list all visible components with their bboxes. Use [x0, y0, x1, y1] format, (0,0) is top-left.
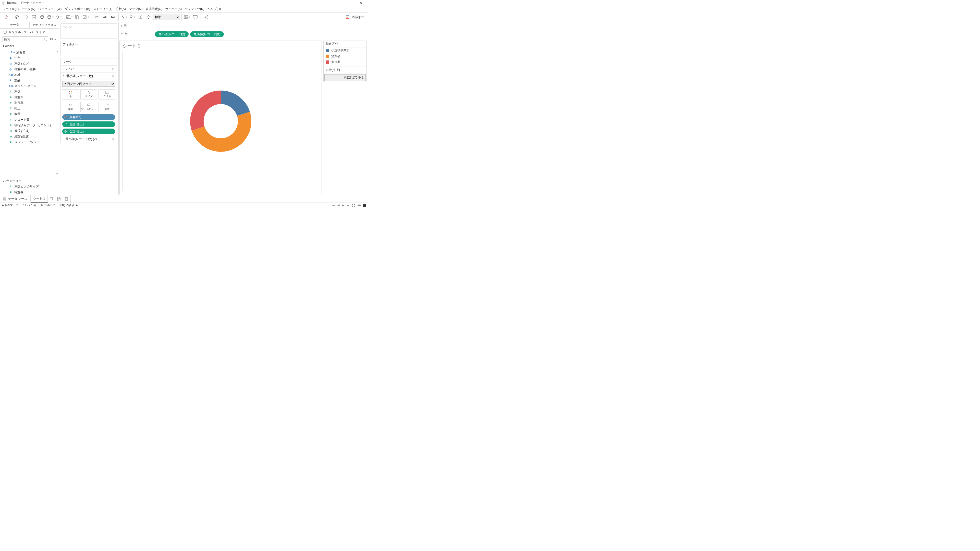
view-filmstrip-icon[interactable] [358, 204, 361, 207]
menu-file[interactable]: ファイル(F) [3, 7, 19, 11]
refresh-dropdown[interactable] [54, 13, 62, 22]
autosave-dropdown[interactable] [46, 13, 54, 22]
columns-shelf[interactable]: iii列 [119, 22, 368, 30]
menu-window[interactable]: ウィンドウ(N) [185, 7, 204, 11]
share-button[interactable] [202, 13, 210, 22]
mark-color-button[interactable]: 色 [62, 89, 79, 100]
view-grid-icon[interactable] [50, 38, 52, 41]
pages-shelf[interactable]: ページ [60, 24, 117, 39]
field-item[interactable]: ⊕経度 (生成) [0, 128, 59, 134]
marks-all-row[interactable]: ⌵すべて◷ [61, 65, 117, 73]
marks-series2-row[interactable]: ⌵最小値(レコード数) (2)◷ [61, 136, 117, 143]
parameter-item[interactable]: #得意客 [0, 189, 59, 195]
scrollbar[interactable] [56, 51, 58, 52]
new-worksheet-button[interactable]: + [48, 195, 56, 203]
swap-button[interactable] [93, 13, 101, 22]
field-item[interactable]: #利益 [0, 89, 59, 94]
menu-server[interactable]: サーバー(S) [165, 7, 182, 11]
field-item[interactable]: ◎利益の高い顧客 [0, 66, 59, 72]
new-datasource-button[interactable] [38, 13, 46, 22]
menu-data[interactable]: データ(D) [22, 7, 35, 11]
legend-item[interactable]: 大企業 [324, 59, 366, 65]
undo-button[interactable] [14, 13, 22, 22]
field-item[interactable]: ⊕緯度 (生成) [0, 134, 59, 139]
tab-data[interactable]: データ [0, 22, 30, 28]
pill-color-segment[interactable]: 顧客区分 [62, 114, 115, 120]
window-minimize-button[interactable] [333, 0, 344, 6]
group-dropdown[interactable] [128, 13, 136, 22]
mark-detail-button[interactable]: 詳細 [62, 102, 79, 112]
nav-prev-icon[interactable]: ◀ [337, 203, 339, 207]
view-tabs-icon[interactable] [363, 204, 366, 207]
sort-desc-button[interactable] [109, 13, 117, 22]
menu-dashboard[interactable]: ダッシュボード(B) [65, 7, 90, 11]
donut-slice[interactable] [190, 91, 221, 130]
marks-series1-row[interactable]: ⌃最小値(レコード数)◷ [61, 73, 117, 80]
field-item[interactable]: #割引率 [0, 100, 59, 106]
window-maximize-button[interactable] [344, 0, 355, 6]
menu-analysis[interactable]: 分析(A) [116, 7, 126, 11]
pill-size-sales[interactable]: 合計(売上) [62, 129, 115, 134]
sheet-title[interactable]: シート 1 [120, 41, 321, 51]
menu-help[interactable]: ヘルプ(H) [207, 7, 221, 11]
legend-item[interactable]: 小規模事業所 [324, 48, 366, 53]
menu-map[interactable]: マップ(M) [129, 7, 143, 11]
new-dashboard-button[interactable]: + [56, 195, 63, 203]
redo-button[interactable] [22, 13, 30, 22]
legend-card[interactable]: 顧客区分 小規模事業所消費者大企業 合計(売上) ￥227,176,842 [323, 41, 367, 82]
donut-slice[interactable] [221, 91, 250, 116]
pin-button[interactable] [145, 13, 153, 22]
presentation-button[interactable] [191, 13, 199, 22]
sheet-tab-1[interactable]: シート 1 [30, 195, 48, 203]
field-item[interactable]: #レコード数 [0, 117, 59, 122]
nav-next-icon[interactable]: ▶ [342, 203, 344, 207]
field-item[interactable]: ›♟製品 [0, 78, 59, 83]
new-sheet-dropdown[interactable]: + [65, 13, 73, 22]
show-cards-dropdown[interactable] [183, 13, 191, 22]
field-item[interactable]: ⫼利益 (ビン) [0, 61, 59, 66]
legend-item[interactable]: 消費者 [324, 53, 366, 59]
clear-sheet-dropdown[interactable] [82, 13, 90, 22]
field-item[interactable]: #メジャー バリュー [0, 139, 59, 145]
tableau-home-icon[interactable] [3, 13, 11, 22]
search-input[interactable] [3, 37, 48, 42]
mark-angle-button[interactable]: 角度 [99, 102, 115, 112]
save-button[interactable] [30, 13, 38, 22]
rows-shelf[interactable]: ≡行 最小値(レコード数) 最小値(レコード数) [119, 30, 368, 38]
sort-asc-button[interactable] [101, 13, 109, 22]
row-pill-1[interactable]: 最小値(レコード数) [155, 32, 189, 37]
field-item[interactable]: Abcメジャー ネーム [0, 83, 59, 89]
view-options-dropdown[interactable] [55, 39, 56, 40]
field-item[interactable]: #移行済みデータ (カウント) [0, 122, 59, 128]
field-item[interactable]: Abc顧客名 [0, 49, 59, 55]
parameter-item[interactable]: #利益ビンのサイズ [0, 184, 59, 189]
field-item[interactable]: #売上 [0, 106, 59, 111]
mark-type-selector[interactable]: ◔ 円グラフ円グラフ [62, 81, 115, 87]
field-item[interactable]: #利益率 [0, 94, 59, 100]
menu-story[interactable]: ストーリー(T) [93, 7, 112, 11]
fit-selector[interactable]: 標準 [153, 14, 180, 20]
view-thumbs-icon[interactable] [352, 204, 355, 207]
new-story-button[interactable]: + [63, 195, 71, 203]
menu-format[interactable]: 書式設定(O) [146, 7, 162, 11]
tab-analytics[interactable]: アナリティクス ◆ [30, 22, 59, 28]
mark-label-button[interactable]: Tラベル [99, 89, 115, 100]
mark-label-button[interactable]: T [136, 13, 145, 22]
row-pill-2[interactable]: 最小値(レコード数) [190, 32, 224, 37]
datasource-tab[interactable]: データ ソース [0, 195, 30, 203]
duplicate-sheet-button[interactable] [73, 13, 82, 22]
nav-first-icon[interactable]: ⏮ [332, 204, 335, 207]
highlight-dropdown[interactable] [120, 13, 128, 22]
nav-last-icon[interactable]: ⏭ [347, 204, 349, 207]
donut-chart[interactable] [122, 51, 319, 191]
menu-worksheet[interactable]: ワークシート(W) [38, 7, 62, 11]
show-me-button[interactable]: 表示形式 [341, 15, 368, 19]
mark-tooltip-button[interactable]: ツールヒント [80, 102, 97, 112]
scrollbar-down[interactable] [56, 173, 58, 175]
datasource-name[interactable]: サンプル - スーパーストア [9, 30, 45, 35]
window-close-button[interactable] [355, 0, 367, 6]
field-item[interactable]: #数量 [0, 111, 59, 117]
filters-shelf[interactable]: フィルター [60, 41, 117, 56]
field-item[interactable]: Abc地域 [0, 72, 59, 78]
mark-size-button[interactable]: サイズ [80, 89, 97, 100]
